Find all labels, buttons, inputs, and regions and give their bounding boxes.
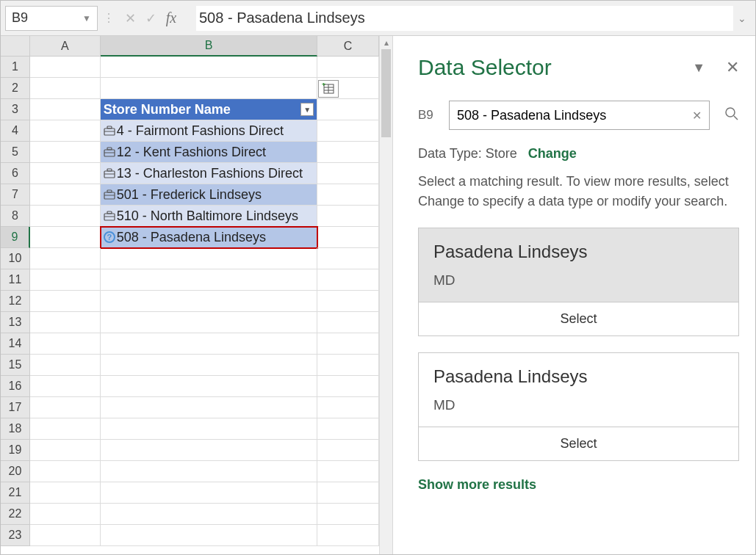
cell[interactable]: [101, 78, 317, 99]
search-icon[interactable]: [724, 106, 739, 125]
cell[interactable]: [317, 482, 379, 504]
cell[interactable]: 12 - Kent Fashions Direct: [101, 142, 317, 163]
cell[interactable]: [101, 525, 317, 546]
cell[interactable]: [101, 440, 317, 461]
row-header[interactable]: 4: [1, 120, 30, 142]
cell[interactable]: [317, 206, 379, 227]
cell[interactable]: [30, 504, 101, 525]
cell[interactable]: [30, 206, 101, 227]
cell[interactable]: [317, 120, 379, 142]
row-header[interactable]: 6: [1, 163, 30, 184]
cell[interactable]: [30, 333, 101, 355]
row-header[interactable]: 5: [1, 142, 30, 163]
fx-button[interactable]: fx: [161, 8, 181, 29]
accept-formula-button[interactable]: ✓: [140, 8, 161, 29]
insert-data-icon[interactable]: +: [318, 80, 339, 98]
row-header[interactable]: 2: [1, 78, 30, 99]
name-box[interactable]: B9 ▼: [5, 6, 98, 31]
cell[interactable]: [317, 142, 379, 163]
row-header[interactable]: 14: [1, 333, 30, 355]
cell[interactable]: [317, 461, 379, 482]
row-header[interactable]: 7: [1, 184, 30, 206]
cell[interactable]: [317, 397, 379, 418]
result-card[interactable]: Pasadena LindseysMDSelect: [418, 352, 739, 461]
cell[interactable]: [317, 163, 379, 184]
pane-menu-icon[interactable]: ▼: [692, 60, 705, 76]
cell[interactable]: [317, 248, 379, 269]
row-header[interactable]: 3: [1, 99, 30, 120]
row-header[interactable]: 18: [1, 418, 30, 440]
column-header-c[interactable]: C: [317, 36, 379, 57]
cell[interactable]: ?508 - Pasadena Lindseys: [101, 227, 317, 248]
cell[interactable]: [30, 355, 101, 376]
row-header[interactable]: 15: [1, 355, 30, 376]
cell[interactable]: [30, 440, 101, 461]
row-header[interactable]: 17: [1, 397, 30, 418]
cell[interactable]: [101, 397, 317, 418]
cell[interactable]: [30, 461, 101, 482]
cell[interactable]: Store Number Name▼: [101, 99, 317, 120]
search-input[interactable]: [457, 108, 688, 123]
result-card[interactable]: Pasadena LindseysMDSelect: [418, 228, 739, 336]
cell[interactable]: [101, 482, 317, 504]
cell[interactable]: [101, 248, 317, 269]
cell[interactable]: [30, 312, 101, 333]
close-pane-icon[interactable]: ✕: [726, 58, 739, 77]
row-header[interactable]: 21: [1, 482, 30, 504]
grid-body[interactable]: Store Number Name▼4 - Fairmont Fashions …: [30, 57, 379, 546]
vertical-scrollbar[interactable]: ▴: [379, 36, 392, 554]
expand-formula-bar-icon[interactable]: ⌄: [733, 12, 751, 24]
cell[interactable]: [30, 418, 101, 440]
cell[interactable]: [30, 142, 101, 163]
cell[interactable]: [317, 269, 379, 291]
select-result-button[interactable]: Select: [419, 427, 738, 460]
cell[interactable]: [101, 504, 317, 525]
scroll-thumb[interactable]: [381, 49, 391, 137]
cell[interactable]: [30, 57, 101, 78]
select-all-corner[interactable]: [1, 36, 30, 57]
cell[interactable]: [30, 376, 101, 397]
cell[interactable]: [30, 291, 101, 312]
cell[interactable]: [30, 269, 101, 291]
cell[interactable]: [317, 355, 379, 376]
cell[interactable]: [101, 355, 317, 376]
change-data-type-link[interactable]: Change: [528, 146, 577, 161]
cell[interactable]: [317, 227, 379, 248]
cell[interactable]: [317, 99, 379, 120]
cell[interactable]: [30, 482, 101, 504]
row-header[interactable]: 12: [1, 291, 30, 312]
row-header[interactable]: 8: [1, 206, 30, 227]
row-header[interactable]: 23: [1, 525, 30, 546]
row-header[interactable]: 20: [1, 461, 30, 482]
cell[interactable]: [101, 461, 317, 482]
cell[interactable]: 13 - Charleston Fashions Direct: [101, 163, 317, 184]
row-header[interactable]: 11: [1, 269, 30, 291]
cell[interactable]: [317, 333, 379, 355]
cell[interactable]: [30, 184, 101, 206]
cell[interactable]: 501 - Frederick Lindseys: [101, 184, 317, 206]
cell[interactable]: [101, 418, 317, 440]
row-header[interactable]: 1: [1, 57, 30, 78]
cell[interactable]: [101, 312, 317, 333]
filter-dropdown-icon[interactable]: ▼: [300, 103, 314, 116]
name-box-dropdown-icon[interactable]: ▼: [82, 13, 91, 23]
cell[interactable]: [317, 376, 379, 397]
cell[interactable]: [30, 78, 101, 99]
clear-search-icon[interactable]: ✕: [692, 109, 702, 123]
row-header[interactable]: 22: [1, 504, 30, 525]
scroll-up-icon[interactable]: ▴: [380, 36, 392, 49]
cell[interactable]: [317, 418, 379, 440]
cell[interactable]: [317, 440, 379, 461]
row-header[interactable]: 13: [1, 312, 30, 333]
row-header[interactable]: 19: [1, 440, 30, 461]
cell[interactable]: [317, 291, 379, 312]
cell[interactable]: [101, 333, 317, 355]
row-header[interactable]: 16: [1, 376, 30, 397]
cell[interactable]: 510 - North Baltimore Lindseys: [101, 206, 317, 227]
cell[interactable]: [317, 57, 379, 78]
cell[interactable]: [317, 184, 379, 206]
cell[interactable]: [30, 99, 101, 120]
select-result-button[interactable]: Select: [419, 302, 738, 335]
cell[interactable]: [317, 504, 379, 525]
column-header-b[interactable]: B: [101, 36, 317, 57]
